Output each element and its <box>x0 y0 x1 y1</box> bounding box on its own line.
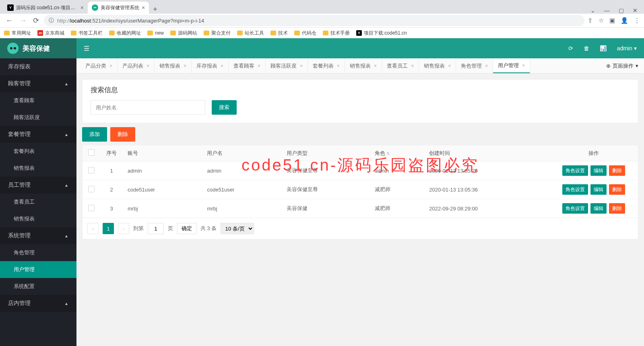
tab-item[interactable]: 套餐列表× <box>308 58 345 73</box>
bookmark-item[interactable]: 技术手册 <box>323 30 350 37</box>
sidebar-item-sales-report[interactable]: 销售报表 <box>0 160 76 177</box>
chevron-up-icon: ▲ <box>64 82 68 86</box>
role-set-button[interactable]: 角色设置 <box>562 165 588 176</box>
close-icon[interactable]: × <box>142 4 145 11</box>
sidebar-item-role-mgmt[interactable]: 角色管理 <box>0 244 76 261</box>
sidebar-item-user-mgmt[interactable]: 用户管理 <box>0 261 76 278</box>
bookmark-item[interactable]: new <box>147 30 164 36</box>
prev-page-button[interactable]: ‹ <box>87 223 99 234</box>
close-icon[interactable]: × <box>147 63 149 69</box>
goto-confirm-button[interactable]: 确定 <box>177 223 196 234</box>
new-tab-button[interactable]: + <box>149 5 161 14</box>
tab-item[interactable]: 销售报表× <box>345 58 382 73</box>
tab-item[interactable]: 查看顾客× <box>229 58 266 73</box>
sidebar-item-package-list[interactable]: 套餐列表 <box>0 143 76 160</box>
close-icon[interactable]: × <box>109 63 112 69</box>
close-icon[interactable]: × <box>411 63 414 69</box>
delete-button[interactable]: 删除 <box>110 127 135 142</box>
close-icon[interactable]: × <box>522 63 525 68</box>
row-delete-button[interactable]: 删除 <box>609 203 625 214</box>
reload-icon[interactable]: ⟳ <box>31 16 41 25</box>
close-icon[interactable]: × <box>448 63 451 69</box>
sidebar-group-package[interactable]: 套餐管理▲ <box>0 126 76 143</box>
tab-item[interactable]: 产品分类× <box>80 58 118 73</box>
sidebar-item-view-staff[interactable]: 查看员工 <box>0 194 76 210</box>
url-input[interactable]: ⓘ http://localhost:521/index#sys/userMan… <box>44 15 584 26</box>
profile-icon[interactable]: 👤 <box>621 17 628 24</box>
extensions-icon[interactable]: ▣ <box>609 17 615 24</box>
role-set-button[interactable]: 角色设置 <box>562 184 588 195</box>
forward-icon[interactable]: → <box>18 16 28 25</box>
close-icon[interactable]: × <box>374 63 377 69</box>
maximize-icon[interactable]: ▢ <box>619 7 624 14</box>
select-all-checkbox[interactable] <box>88 149 95 156</box>
share-icon[interactable]: ⇪ <box>588 17 593 24</box>
row-checkbox[interactable] <box>88 186 95 192</box>
role-set-button[interactable]: 角色设置 <box>562 203 588 214</box>
tab-item[interactable]: 销售报表× <box>419 58 456 73</box>
close-icon[interactable]: × <box>80 4 84 11</box>
edit-button[interactable]: 编辑 <box>590 203 607 214</box>
close-icon[interactable]: × <box>300 63 303 69</box>
back-icon[interactable]: ← <box>4 16 14 25</box>
sidebar-item-customer-activity[interactable]: 顾客活跃度 <box>0 109 76 126</box>
close-icon[interactable]: × <box>221 63 223 69</box>
close-icon[interactable]: × <box>258 63 260 69</box>
add-button[interactable]: 添加 <box>82 127 107 142</box>
tab-item[interactable]: 产品列表× <box>118 58 155 73</box>
tab-item[interactable]: 角色管理× <box>456 58 493 73</box>
browser-tab-active[interactable]: •• 美容保健管理系统 × <box>88 2 149 14</box>
bookmark-item[interactable]: 站长工具 <box>237 30 264 37</box>
dashboard-icon[interactable]: 📊 <box>600 45 607 51</box>
refresh-icon[interactable]: ⟳ <box>568 45 573 51</box>
sidebar-item-sales-report2[interactable]: 销售报表 <box>0 210 76 227</box>
edit-button[interactable]: 编辑 <box>590 184 607 195</box>
trash-icon[interactable]: 🗑 <box>584 45 589 51</box>
tab-item[interactable]: 顾客活跃度× <box>266 58 308 73</box>
sidebar-group-store[interactable]: 店内管理▲ <box>0 295 76 312</box>
bookmark-item[interactable]: JD京东商城 <box>37 30 64 37</box>
bookmark-item[interactable]: Y项目下载:code51.cn <box>356 30 407 37</box>
close-icon[interactable]: × <box>485 63 488 69</box>
menu-icon[interactable]: ⋮ <box>634 17 640 24</box>
row-delete-button[interactable]: 删除 <box>609 184 625 195</box>
bookmark-item[interactable]: 常用网址 <box>4 30 31 37</box>
goto-input[interactable] <box>148 223 164 234</box>
bookmark-item[interactable]: 技术 <box>270 30 288 37</box>
close-icon[interactable]: × <box>184 63 186 69</box>
bookmark-item[interactable]: 源码网站 <box>170 30 197 37</box>
browser-tab[interactable]: Y 源码乐园 code51.cn-项目论文化 × <box>3 2 88 14</box>
tab-item-active[interactable]: 用户管理× <box>493 58 530 73</box>
hamburger-icon[interactable]: ☰ <box>84 45 89 52</box>
sidebar-item-inventory[interactable]: 库存报表 <box>0 58 76 75</box>
per-page-select[interactable]: 10 条/页 <box>221 223 254 234</box>
next-page-button[interactable]: › <box>118 223 129 234</box>
bookmark-item[interactable]: 聚合支付 <box>204 30 231 37</box>
close-icon[interactable]: × <box>337 63 340 69</box>
chevron-down-icon[interactable]: ⌄ <box>590 7 595 14</box>
row-checkbox[interactable] <box>88 205 95 211</box>
bookmark-item[interactable]: 代码仓 <box>294 30 316 37</box>
sidebar-group-customer[interactable]: 顾客管理▲ <box>0 75 76 92</box>
page-number[interactable]: 1 <box>103 223 114 234</box>
star-icon[interactable]: ☆ <box>599 17 604 24</box>
page-operations[interactable]: ⊕页面操作▾ <box>601 58 644 73</box>
user-menu[interactable]: admin ▾ <box>617 45 637 51</box>
bookmark-item[interactable]: 收藏的网址 <box>109 30 141 37</box>
row-delete-button[interactable]: 删除 <box>609 165 625 176</box>
edit-button[interactable]: 编辑 <box>590 165 607 176</box>
col-role[interactable]: 角色⇅ <box>370 145 424 161</box>
search-button[interactable]: 搜索 <box>212 100 237 115</box>
tab-item[interactable]: 销售报表× <box>155 58 192 73</box>
tab-item[interactable]: 库存报表× <box>192 58 229 73</box>
username-search-input[interactable] <box>91 100 205 115</box>
sidebar-item-view-customer[interactable]: 查看顾客 <box>0 92 76 109</box>
close-window-icon[interactable]: ✕ <box>633 7 638 14</box>
row-checkbox[interactable] <box>88 167 95 173</box>
minimize-icon[interactable]: — <box>604 7 610 14</box>
sidebar-item-system-config[interactable]: 系统配置 <box>0 278 76 295</box>
tab-item[interactable]: 查看员工× <box>382 58 419 73</box>
sidebar-group-staff[interactable]: 员工管理▲ <box>0 177 76 194</box>
sidebar-group-system[interactable]: 系统管理▲ <box>0 227 76 244</box>
bookmark-item[interactable]: 书签工具栏 <box>71 30 103 37</box>
